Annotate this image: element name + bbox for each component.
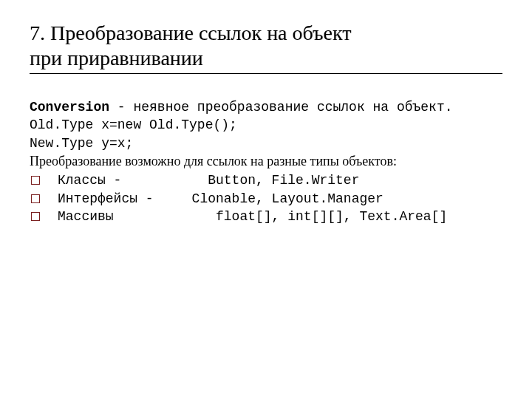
title-line-2: при приравнивании <box>30 47 203 69</box>
content: Conversion - неявное преобразование ссыл… <box>30 98 502 225</box>
conversion-keyword: Conversion <box>30 100 109 115</box>
list-item-label: Массивы <box>58 208 176 225</box>
bullet-list: Классы - Button, File.Writer Интерфейсы … <box>30 171 502 225</box>
list-item: Интерфейсы - Clonable, Layout.Manager <box>30 190 502 208</box>
list-item-value: Clonable, Layout.Manager <box>176 190 383 208</box>
page-title: 7. Преобразование ссылок на объект при п… <box>30 21 502 70</box>
list-item: Классы - Button, File.Writer <box>30 171 502 189</box>
code-line-1: Old.Type x=new Old.Type(); <box>30 116 502 134</box>
square-bullet-icon <box>31 194 40 203</box>
square-bullet-icon <box>31 212 40 221</box>
conversion-line: Conversion - неявное преобразование ссыл… <box>30 98 502 116</box>
list-item: Массивы float[], int[][], Text.Area[] <box>30 208 502 225</box>
list-item-label: Интерфейсы - <box>58 190 176 208</box>
code-line-2: New.Type y=x; <box>30 134 502 152</box>
intro-line: Преобразование возможно для ссылок на ра… <box>30 152 502 170</box>
list-item-label: Классы - <box>58 171 176 189</box>
slide: 7. Преобразование ссылок на объект при п… <box>0 0 532 240</box>
list-item-value: Button, File.Writer <box>176 171 359 189</box>
square-bullet-icon <box>31 176 40 185</box>
title-divider <box>30 73 502 74</box>
conversion-rest: - неявное преобразование ссылок на объек… <box>109 100 452 115</box>
list-item-value: float[], int[][], Text.Area[] <box>176 208 447 225</box>
title-line-1: 7. Преобразование ссылок на объект <box>30 21 351 44</box>
